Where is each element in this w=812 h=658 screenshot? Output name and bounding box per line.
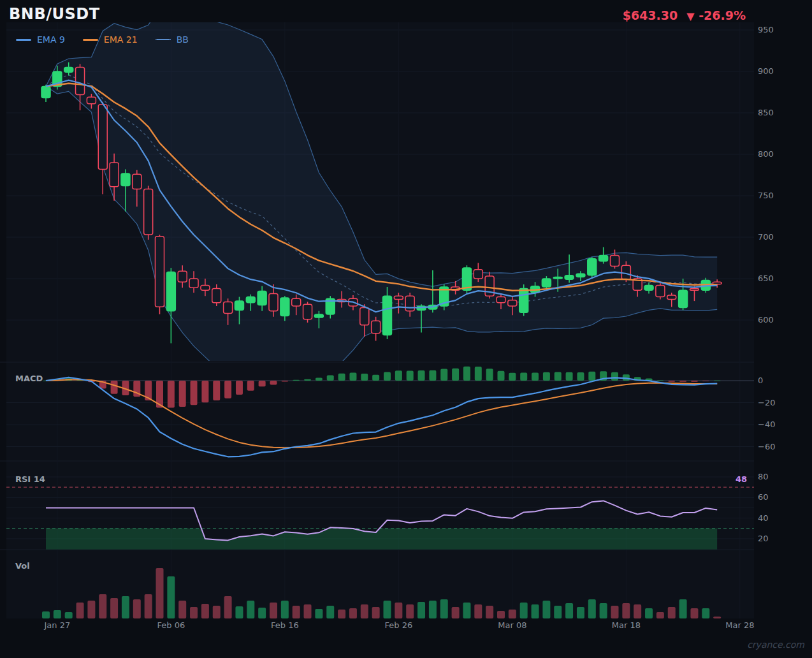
macd-panel-label: MACD [15,374,43,383]
bb-dashed-swatch [156,39,171,40]
watermark: cryance.com [747,640,804,650]
symbol-title: BNB/USDT [9,5,100,23]
svg-text:Feb 26: Feb 26 [384,620,412,630]
legend-item-ema9[interactable]: EMA 9 [16,34,65,45]
price-change: -26.9% [699,8,746,22]
svg-text:40: 40 [758,513,769,523]
legend-label: EMA 21 [104,34,138,45]
svg-text:950: 950 [758,25,774,34]
down-arrow-icon: ▼ [686,10,694,22]
svg-text:750: 750 [758,191,774,200]
svg-text:850: 850 [758,108,774,117]
svg-text:800: 800 [758,149,774,159]
svg-text:700: 700 [758,232,774,242]
ema9-line-swatch [16,39,31,41]
svg-text:600: 600 [758,315,774,325]
rsi-current-value: 48 [736,474,747,484]
svg-text:Mar 18: Mar 18 [612,620,641,630]
svg-text:−40: −40 [758,420,775,429]
chart-canvas[interactable]: 9509008508007507006506000−20−40−60806040… [0,0,812,658]
svg-text:Jan 27: Jan 27 [43,620,70,630]
svg-text:Mar 28: Mar 28 [725,620,754,630]
legend-label: BB [177,34,189,45]
ema21-line-swatch [83,39,98,41]
svg-text:650: 650 [758,274,774,283]
svg-text:0: 0 [758,376,763,385]
rsi-panel-label: RSI 14 [15,474,45,484]
indicator-legend: EMA 9 EMA 21 BB [16,34,189,45]
legend-item-bb[interactable]: BB [156,34,189,45]
svg-text:80: 80 [758,472,769,481]
svg-text:Mar 08: Mar 08 [498,620,526,630]
legend-label: EMA 9 [37,34,65,45]
trading-app: 9509008508007507006506000−20−40−60806040… [0,0,812,658]
svg-text:−20: −20 [758,398,775,407]
svg-text:Feb 16: Feb 16 [271,620,299,630]
price-ticker: $643.30▼ -26.9% [623,8,746,22]
legend-item-ema21[interactable]: EMA 21 [83,34,138,45]
volume-panel-label: Vol [15,561,30,571]
svg-text:20: 20 [758,534,769,543]
svg-text:−60: −60 [758,442,775,451]
svg-text:900: 900 [758,66,774,76]
svg-text:60: 60 [758,492,769,502]
svg-text:Feb 06: Feb 06 [157,620,185,630]
last-price: $643.30 [623,8,678,22]
